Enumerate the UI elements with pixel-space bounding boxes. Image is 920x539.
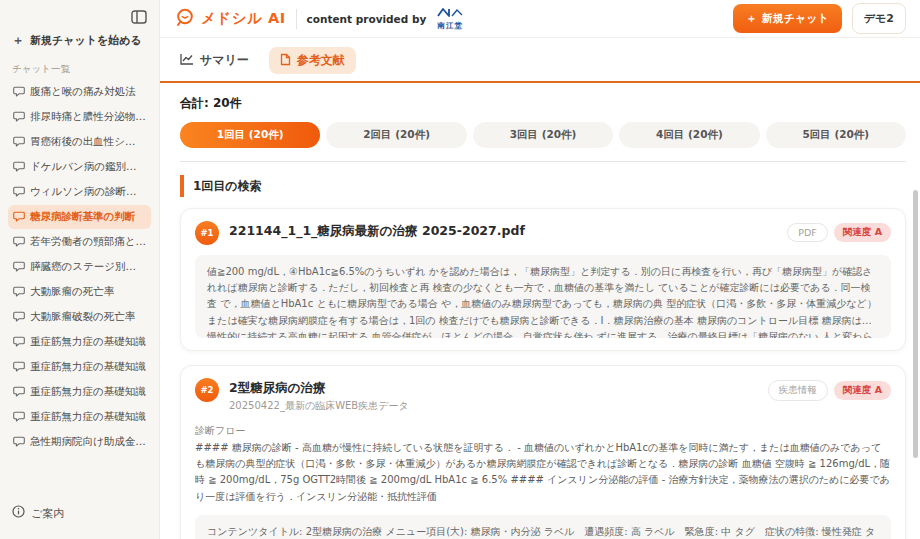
references-content: 合計: 20件 1回目 (20件)2回目 (20件)3回目 (20件)4回目 (… xyxy=(160,83,920,539)
chat-item-label: 大動脈瘤破裂の死亡率 xyxy=(30,310,135,324)
new-chat-start-label: 新規チャットを始める xyxy=(30,33,142,48)
chat-item-label: 急性期病院向け助成金ガイド xyxy=(30,435,146,449)
new-chat-start-button[interactable]: ＋ 新規チャットを始める xyxy=(8,26,151,55)
chat-list-item[interactable]: 大動脈瘤の死亡率 xyxy=(8,280,151,304)
round-tabs: 1回目 (20件)2回目 (20件)3回目 (20件)4回目 (20件)5回目 … xyxy=(180,122,906,148)
chat-bubble-icon xyxy=(13,136,25,149)
info-icon xyxy=(12,505,25,521)
result-excerpt: コンテンツタイトル: 2型糖尿病の治療 メニュー項目(大): 糖尿病・内分泌 ラ… xyxy=(195,515,891,539)
sidebar-footer-info[interactable]: ご案内 xyxy=(8,499,151,527)
sidebar-collapse-button[interactable] xyxy=(129,8,149,26)
plus-icon: ＋ xyxy=(12,32,24,49)
total-count: 合計: 20件 xyxy=(180,95,906,112)
chat-bubble-icon xyxy=(13,186,25,199)
app-logo: メドシル AI xyxy=(174,7,286,31)
chat-list: 腹痛と喉の痛み対処法排尿時痛と膿性分泌物の鑑別胃癌術後の出血性ショック…ドケルバ… xyxy=(8,80,151,499)
result-card-header: #1 221144_1_1_糖尿病最新の治療 2025-2027.pdf PDF… xyxy=(195,221,891,245)
chat-item-label: 若年労働者の頸部痛と上肢… xyxy=(30,235,146,249)
chat-bubble-icon xyxy=(13,311,25,324)
sidebar-top-row xyxy=(8,6,151,26)
new-chat-button[interactable]: ＋ 新規チャット xyxy=(733,4,842,33)
tab-references[interactable]: 参考文献 xyxy=(269,47,356,74)
round-tab[interactable]: 3回目 (20件) xyxy=(473,122,613,148)
result-intro: 診断フロー #### 糖尿病の診断 - 高血糖が慢性に持続している状態を証明する… xyxy=(195,423,891,505)
app-header: メドシル AI content provided by 南江堂 ＋ 新規チャット… xyxy=(160,0,920,38)
provider-name: 南江堂 xyxy=(438,22,464,30)
result-card[interactable]: #1 221144_1_1_糖尿病最新の治療 2025-2027.pdf PDF… xyxy=(180,208,906,351)
result-title: 221144_1_1_糖尿病最新の治療 2025-2027.pdf xyxy=(229,223,525,240)
scrollbar-thumb[interactable] xyxy=(913,190,918,458)
round-tab[interactable]: 2回目 (20件) xyxy=(326,122,466,148)
tab-references-label: 参考文献 xyxy=(297,52,345,69)
chat-item-label: 大動脈瘤の死亡率 xyxy=(30,285,114,299)
chat-list-item[interactable]: 糖尿病診断基準の判断 xyxy=(8,205,151,229)
chat-list-item[interactable]: 大動脈瘤破裂の死亡率 xyxy=(8,305,151,329)
main-panel: メドシル AI content provided by 南江堂 ＋ 新規チャット… xyxy=(160,0,920,539)
provided-by-text: content provided by xyxy=(307,13,427,25)
chat-bubble-icon xyxy=(13,111,25,124)
view-tabs: サマリー 参考文献 xyxy=(160,38,920,81)
result-intro-label: 診断フロー xyxy=(195,423,891,439)
chat-bubble-icon xyxy=(13,236,25,249)
rank-badge: #1 xyxy=(195,221,219,245)
chat-item-label: 重症筋無力症の基礎知識 xyxy=(30,410,146,424)
result-intro-text: #### 糖尿病の診断 - 高血糖が慢性に持続している状態を証明する． - 血糖… xyxy=(195,440,891,505)
chat-list-item[interactable]: 重症筋無力症の基礎知識 xyxy=(8,380,151,404)
chart-icon xyxy=(180,53,194,68)
chat-item-label: 排尿時痛と膿性分泌物の鑑別 xyxy=(30,110,146,124)
chat-bubble-icon xyxy=(13,261,25,274)
chat-list-item[interactable]: ドケルバン病の鑑別診断 xyxy=(8,155,151,179)
chat-item-label: 重症筋無力症の基礎知識 xyxy=(30,385,146,399)
chat-item-label: 糖尿病診断基準の判断 xyxy=(30,210,135,224)
chat-bubble-icon xyxy=(13,211,25,224)
round-tab[interactable]: 4回目 (20件) xyxy=(619,122,759,148)
tab-summary[interactable]: サマリー xyxy=(176,47,253,74)
medsil-logo-icon xyxy=(174,7,195,31)
chat-list-item[interactable]: 重症筋無力症の基礎知識 xyxy=(8,330,151,354)
result-subtitle: 20250422_最新の臨床WEB疾患データ xyxy=(229,399,409,413)
chat-bubble-icon xyxy=(13,361,25,374)
result-card[interactable]: #2 2型糖尿病の治療 20250422_最新の臨床WEB疾患データ 疾患情報 … xyxy=(180,365,906,539)
relevance-badge: 関連度 A xyxy=(834,381,891,400)
chat-list-item[interactable]: 胃癌術後の出血性ショック… xyxy=(8,130,151,154)
chat-bubble-icon xyxy=(13,286,25,299)
chat-item-label: 胃癌術後の出血性ショック… xyxy=(30,135,146,149)
sidebar: ＋ 新規チャットを始める チャット一覧 腹痛と喉の痛み対処法排尿時痛と膿性分泌物… xyxy=(0,0,160,539)
app-window: ＋ 新規チャットを始める チャット一覧 腹痛と喉の痛み対処法排尿時痛と膿性分泌物… xyxy=(0,0,920,539)
content-divider xyxy=(180,161,906,162)
chat-list-item[interactable]: ウィルソン病の診断と症状 xyxy=(8,180,151,204)
chat-bubble-icon xyxy=(13,386,25,399)
plus-icon: ＋ xyxy=(746,11,757,26)
source-type-badge: PDF xyxy=(787,223,828,242)
document-icon xyxy=(280,53,291,69)
relevance-badge: 関連度 A xyxy=(834,223,891,242)
rank-badge: #2 xyxy=(195,378,219,402)
chat-bubble-icon xyxy=(13,86,25,99)
chat-list-item[interactable]: 急性期病院向け助成金ガイド xyxy=(8,430,151,454)
chat-list-item[interactable]: 若年労働者の頸部痛と上肢… xyxy=(8,230,151,254)
chat-list-item[interactable]: 排尿時痛と膿性分泌物の鑑別 xyxy=(8,105,151,129)
provider-logo: 南江堂 xyxy=(436,7,464,30)
chat-list-item[interactable]: 重症筋無力症の基礎知識 xyxy=(8,405,151,429)
chat-bubble-icon xyxy=(13,436,25,449)
new-chat-button-label: 新規チャット xyxy=(762,11,829,26)
header-divider xyxy=(296,9,297,29)
source-type-badge: 疾患情報 xyxy=(768,380,828,401)
result-title: 2型糖尿病の治療 xyxy=(229,380,409,397)
round-tab[interactable]: 1回目 (20件) xyxy=(180,122,320,148)
chat-item-label: 重症筋無力症の基礎知識 xyxy=(30,335,146,349)
panel-toggle-icon xyxy=(131,12,147,27)
demo-user-button[interactable]: デモ2 xyxy=(852,3,906,34)
chat-item-label: ウィルソン病の診断と症状 xyxy=(30,185,146,199)
app-title: メドシル AI xyxy=(201,9,286,28)
chat-bubble-icon xyxy=(13,336,25,349)
chat-item-label: 腹痛と喉の痛み対処法 xyxy=(30,85,136,99)
round-tab[interactable]: 5回目 (20件) xyxy=(766,122,906,148)
chat-item-label: 重症筋無力症の基礎知識 xyxy=(30,360,146,374)
chat-list-item[interactable]: 重症筋無力症の基礎知識 xyxy=(8,355,151,379)
chat-item-label: 膵臓癌のステージ別生存率 xyxy=(30,260,146,274)
chat-list-item[interactable]: 腹痛と喉の痛み対処法 xyxy=(8,80,151,104)
chat-item-label: ドケルバン病の鑑別診断 xyxy=(30,160,146,174)
chat-list-item[interactable]: 膵臓癌のステージ別生存率 xyxy=(8,255,151,279)
provider-wave-icon xyxy=(436,7,464,21)
